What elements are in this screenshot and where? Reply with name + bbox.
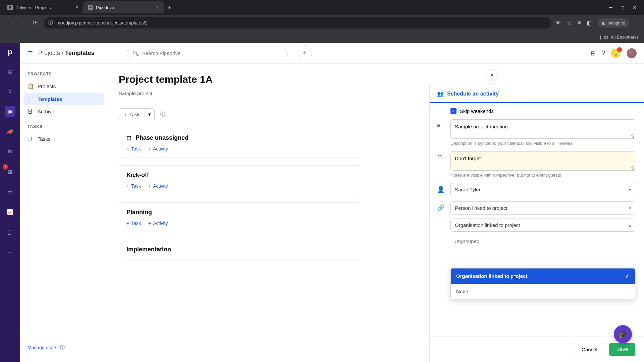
close-icon[interactable]: × (156, 4, 159, 10)
cancel-button[interactable]: Cancel (574, 343, 605, 356)
search-placeholder: Search Pipedrive (142, 50, 180, 56)
phase-card: Planning + Task + Activity (119, 202, 360, 232)
resize-handle[interactable] (631, 134, 634, 138)
contacts-icon[interactable]: ▭ (5, 186, 15, 197)
description-icon: ≡ (437, 119, 445, 129)
app: p ◎ $ ▣ 📣 ✉ ▦7 ▭ 📈 ⬚ ⋯ ☰ Projects / Temp… (0, 43, 644, 362)
mail-icon[interactable]: ✉ (5, 146, 15, 157)
incognito-icon: ◐ (602, 20, 605, 25)
close-window-icon[interactable]: ✕ (633, 5, 637, 10)
skip-weekends-checkbox[interactable]: ✓ Skip weekends (450, 108, 635, 114)
browser-tab-active[interactable]: P Pipedrive × (83, 1, 164, 13)
add-task-link[interactable]: + Task (126, 183, 141, 189)
sidebar-heading-tasks: TASKS (23, 124, 104, 132)
chevron-up-icon: ▴ (629, 223, 631, 228)
help-icon[interactable]: ? (602, 50, 605, 57)
person-link-select[interactable]: Person linked to project▾ (450, 201, 635, 215)
resize-handle[interactable] (631, 166, 634, 170)
playlist-icon[interactable]: ≡ (578, 20, 581, 26)
body: PROJECTS 📋Projects 📄Templates 🗄Archive T… (20, 64, 644, 362)
note-hint: Notes are visible within Pipedrive, but … (450, 173, 635, 178)
owner-select[interactable]: Sarah Tyler▾ (450, 183, 635, 196)
description-textarea[interactable]: Sample project meeting (450, 119, 635, 139)
more-icon[interactable]: ⋯ (5, 247, 15, 257)
reload-button[interactable]: ⟳ (30, 19, 40, 26)
manage-users-link[interactable]: Manage usersⓘ (23, 341, 104, 354)
dropdown-option-selected[interactable]: Organisation linked to project✓ (451, 268, 635, 284)
bookmarks-bar: | 🗀 All Bookmarks (0, 31, 644, 43)
extensions-icon[interactable]: ⊞ (591, 50, 596, 57)
phase-card: Kick-off + Task + Activity (119, 165, 360, 195)
insights-icon[interactable]: 📈 (5, 206, 15, 217)
back-button[interactable]: ← (3, 19, 13, 26)
org-link-select[interactable]: Organisation linked to project▴ (450, 219, 635, 232)
hint-bulb-icon[interactable]: 💡? (611, 49, 621, 58)
note-icon: 🗒 (437, 151, 445, 161)
dropdown-option-none[interactable]: None (451, 284, 635, 299)
nav-rail: p ◎ $ ▣ 📣 ✉ ▦7 ▭ 📈 ⬚ ⋯ (0, 43, 20, 362)
forward-button: → (17, 19, 26, 26)
url-text: moodjoy.pipedrive.com/projects/templates… (56, 20, 148, 25)
calendar-icon[interactable]: ▦7 (5, 166, 15, 177)
phase-title: Planning (126, 209, 353, 216)
pipedrive-logo[interactable]: p (8, 48, 12, 56)
sidebar-item-tasks[interactable]: ☐Tasks (23, 132, 104, 145)
address-bar: ← → ⟳ ⓘ moodjoy.pipedrive.com/projects/t… (0, 15, 644, 31)
sidebar-item-templates[interactable]: 📄Templates (23, 93, 104, 105)
browser-tab[interactable]: P Delivery - Projects × (3, 1, 83, 13)
add-activity-link[interactable]: + Activity (148, 221, 168, 226)
clipboard-icon: 📋 (28, 83, 34, 89)
eye-off-icon[interactable]: 👁 (555, 20, 561, 26)
avatar[interactable] (627, 48, 637, 58)
incognito-indicator[interactable]: ◐ Incognito (598, 18, 629, 27)
maximize-icon[interactable]: ◻ (621, 5, 625, 10)
minimize-icon[interactable]: ─ (609, 5, 612, 10)
quick-add-button[interactable]: + (298, 46, 312, 60)
hamburger-icon[interactable]: ☰ (28, 50, 33, 57)
url-field[interactable]: ⓘ moodjoy.pipedrive.com/projects/templat… (44, 17, 551, 28)
close-icon[interactable]: × (75, 4, 78, 10)
tab-title: Pipedrive (96, 5, 114, 10)
chevron-down-icon: ▾ (629, 187, 631, 192)
group-select[interactable]: Ungrouped (450, 235, 635, 247)
projects-icon[interactable]: ▣ (5, 106, 15, 117)
folder-icon: 🗀 (604, 35, 608, 40)
chevron-down-icon: ▾ (629, 206, 631, 210)
breadcrumb: Projects / Templates (38, 50, 95, 57)
sidebar-item-projects[interactable]: 📋Projects (23, 80, 104, 93)
add-task-link[interactable]: + Task (126, 146, 141, 152)
new-tab-button[interactable]: + (164, 4, 176, 11)
add-activity-link[interactable]: + Activity (148, 183, 168, 189)
academy-fab[interactable]: 🎓 (614, 325, 632, 343)
add-task-split-button: + Task ▾ (119, 108, 155, 120)
close-panel-button[interactable]: ✕ (486, 69, 498, 81)
note-textarea[interactable]: Don't forget (450, 151, 635, 171)
tab-bar: P Delivery - Projects × P Pipedrive × + … (0, 0, 644, 15)
site-info-icon[interactable]: ⓘ (48, 20, 53, 26)
megaphone-icon[interactable]: 📣 (5, 126, 15, 137)
add-task-dropdown[interactable]: ▾ (145, 108, 155, 120)
dollar-icon[interactable]: $ (5, 86, 15, 97)
panel-title: 👥 Schedule an activity (430, 85, 644, 103)
file-icon: 📄 (28, 96, 34, 102)
archive-icon: 🗄 (28, 109, 34, 114)
all-bookmarks-button[interactable]: All Bookmarks (611, 35, 639, 40)
add-activity-link[interactable]: + Activity (148, 146, 168, 152)
info-icon[interactable]: ⓘ (160, 111, 165, 118)
hint-badge: ? (617, 47, 622, 52)
star-icon[interactable]: ☆ (567, 20, 572, 26)
panel-footer: Cancel Save (430, 337, 644, 362)
people-icon: 👥 (437, 90, 444, 97)
save-button[interactable]: Save (609, 343, 635, 356)
sidebar-item-archive[interactable]: 🗄Archive (23, 105, 104, 118)
description-hint: Description is synced to your calendar a… (450, 141, 635, 146)
panel-icon[interactable]: ◧ (587, 20, 592, 26)
add-task-button[interactable]: + Task (119, 108, 145, 120)
search-input[interactable]: 🔍 Search Pipedrive (127, 47, 288, 60)
target-icon[interactable]: ◎ (5, 66, 15, 76)
menu-icon[interactable]: ⋮ (635, 20, 641, 26)
checkbox-icon: ☐ (28, 136, 34, 142)
add-task-link[interactable]: + Task (126, 221, 141, 226)
breadcrumb-root[interactable]: Projects (38, 50, 60, 56)
box-icon[interactable]: ⬚ (5, 227, 15, 237)
